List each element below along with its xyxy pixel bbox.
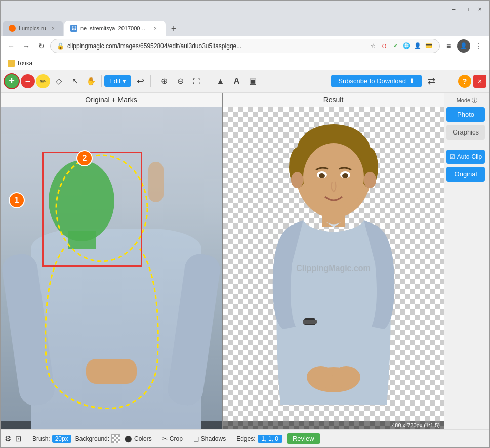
avatar-button[interactable]: 👤 bbox=[457, 39, 470, 53]
address-input[interactable]: 🔒 clippingmagic.com/images/65952804/edit… bbox=[50, 39, 440, 53]
svg-point-7 bbox=[303, 143, 364, 212]
tab-search-button[interactable]: ≡ bbox=[442, 39, 455, 53]
result-person-svg bbox=[268, 122, 399, 415]
autoclip-button[interactable]: ☑ Auto-Clip bbox=[446, 150, 485, 164]
new-tab-button[interactable]: + bbox=[167, 22, 181, 36]
svg-rect-10 bbox=[322, 207, 345, 227]
step-2-badge: 2 bbox=[76, 150, 93, 166]
colors-label: Colors bbox=[134, 435, 152, 442]
background-label: Background: bbox=[75, 435, 109, 442]
shadows-label: Shadows bbox=[201, 435, 226, 442]
settings-icon[interactable]: ⚙ bbox=[5, 434, 11, 443]
resize-item: ⊡ bbox=[15, 434, 22, 443]
status-divider-3 bbox=[188, 433, 188, 445]
remove-tool-button[interactable]: – bbox=[21, 74, 35, 88]
edges-value[interactable]: 1, 1, 0 bbox=[258, 435, 282, 443]
svg-point-8 bbox=[291, 172, 303, 188]
tab-favicon-editor: 🖼 bbox=[70, 25, 77, 32]
shadows-item[interactable]: ◫ Shadows bbox=[193, 435, 226, 442]
selection-rectangle bbox=[42, 152, 142, 267]
lock-icon: 🔒 bbox=[57, 42, 64, 50]
svg-point-14 bbox=[342, 173, 348, 178]
eraser-tool-button[interactable]: ◇ bbox=[51, 74, 66, 89]
help-button[interactable]: ? bbox=[458, 75, 471, 88]
svg-point-16 bbox=[307, 366, 335, 388]
main-content: Original + Marks bbox=[1, 93, 489, 429]
bookmark-tochka[interactable]: Точка bbox=[5, 59, 35, 68]
select-tool-button[interactable]: ↖ bbox=[67, 74, 83, 89]
view-tab-1[interactable]: ▲ bbox=[213, 74, 228, 89]
subscribe-button[interactable]: Subscribe to Download ⬇ bbox=[331, 75, 422, 87]
edit-dropdown-icon: ▾ bbox=[123, 77, 126, 85]
view-tab-2[interactable]: A bbox=[229, 74, 244, 89]
tab-label-editor: ne_stremitsya_20170002.jpg - Cli… bbox=[80, 25, 148, 31]
left-image-area[interactable]: 1 2 bbox=[1, 107, 222, 429]
undo-button[interactable]: ↩ bbox=[133, 74, 148, 89]
tab-close-editor[interactable]: × bbox=[151, 24, 159, 32]
forward-button[interactable]: → bbox=[20, 39, 33, 53]
edges-item: Edges: 1, 1, 0 bbox=[236, 435, 282, 443]
tool-group-drawing: + – ✏ ◇ ↖ ✋ bbox=[4, 73, 99, 89]
app-area: + – ✏ ◇ ↖ ✋ Edit ▾ ↩ ⊕ ⊖ ⛶ ▲ A bbox=[1, 70, 489, 447]
original-button[interactable]: Original bbox=[446, 167, 485, 182]
fit-button[interactable]: ⛶ bbox=[189, 74, 204, 89]
minimize-button[interactable]: – bbox=[448, 4, 459, 15]
divider-4 bbox=[263, 75, 263, 87]
transfer-button[interactable]: ⇄ bbox=[424, 74, 439, 89]
svg-point-9 bbox=[364, 172, 376, 188]
svg-point-17 bbox=[332, 366, 360, 388]
add-tool-button[interactable]: + bbox=[4, 73, 20, 89]
review-button[interactable]: Review bbox=[287, 433, 320, 444]
resize-icon[interactable]: ⊡ bbox=[15, 434, 22, 443]
shadows-icon: ◫ bbox=[193, 435, 199, 442]
brush-value[interactable]: 20px bbox=[52, 435, 71, 443]
bookmarks-bar: Точка bbox=[1, 56, 489, 70]
tab-editor[interactable]: 🖼 ne_stremitsya_20170002.jpg - Cli… × bbox=[64, 21, 166, 36]
close-button[interactable]: × bbox=[474, 4, 485, 15]
back-button[interactable]: ← bbox=[5, 39, 18, 53]
bookmark-label: Точка bbox=[17, 60, 32, 67]
reload-button[interactable]: ↻ bbox=[35, 39, 48, 53]
right-panel-title: Result bbox=[223, 93, 444, 107]
menu-button[interactable]: ⋮ bbox=[472, 39, 485, 53]
check-icon: ✔ bbox=[391, 41, 400, 51]
background-item: Background: bbox=[75, 434, 120, 443]
graphics-mode-button[interactable]: Graphics bbox=[446, 125, 485, 140]
step-1-badge: 1 bbox=[9, 192, 25, 208]
toolbar-right: Subscribe to Download ⬇ ⇄ ? × bbox=[331, 74, 486, 89]
background-swatch[interactable] bbox=[111, 434, 120, 443]
left-panel: Original + Marks bbox=[1, 93, 223, 429]
right-panel: Result bbox=[223, 93, 444, 429]
tab-close-lumpics[interactable]: × bbox=[49, 24, 57, 32]
brush-label: Brush: bbox=[32, 435, 50, 442]
star-icon[interactable]: ☆ bbox=[369, 41, 378, 51]
status-divider-4 bbox=[231, 433, 231, 445]
tab-label-lumpics: Lumpics.ru bbox=[19, 25, 46, 31]
toolbar: + – ✏ ◇ ↖ ✋ Edit ▾ ↩ ⊕ ⊖ ⛶ ▲ A bbox=[1, 70, 489, 93]
edit-button[interactable]: Edit ▾ bbox=[104, 75, 131, 87]
pan-tool-button[interactable]: ✋ bbox=[84, 74, 99, 89]
marker-tool-button[interactable]: ✏ bbox=[36, 74, 50, 88]
divider-1 bbox=[101, 75, 102, 87]
edges-label: Edges: bbox=[236, 435, 255, 442]
divider-2 bbox=[150, 75, 151, 87]
zoom-controls: ⊕ ⊖ ⛶ bbox=[156, 74, 204, 89]
photo-mode-button[interactable]: Photo bbox=[446, 107, 485, 122]
zoom-in-button[interactable]: ⊕ bbox=[156, 74, 172, 89]
address-text: clippingmagic.com/images/65952804/edit/a… bbox=[67, 42, 365, 50]
crop-icon: ✂ bbox=[162, 435, 168, 442]
color-circle-icon: ⬤ bbox=[125, 435, 132, 442]
zoom-out-button[interactable]: ⊖ bbox=[173, 74, 188, 89]
right-image-area[interactable]: ClippingMagic.com 480 x 720px (1:1.5) bbox=[223, 107, 444, 429]
colors-item[interactable]: ⬤ Colors bbox=[125, 435, 152, 442]
brush-item: Brush: 20px bbox=[32, 435, 71, 443]
subscribe-download-icon: ⬇ bbox=[409, 77, 415, 85]
tab-lumpics[interactable]: Lumpics.ru × bbox=[3, 21, 63, 36]
divider-3 bbox=[207, 75, 207, 87]
view-tab-3[interactable]: ▣ bbox=[245, 74, 260, 89]
crop-item[interactable]: ✂ Crop bbox=[162, 435, 183, 442]
close-editor-button[interactable]: × bbox=[473, 75, 486, 88]
maximize-button[interactable]: □ bbox=[461, 4, 472, 15]
tab-bar: Lumpics.ru × 🖼 ne_stremitsya_20170002.jp… bbox=[1, 18, 489, 36]
settings-item: ⚙ bbox=[5, 434, 11, 443]
